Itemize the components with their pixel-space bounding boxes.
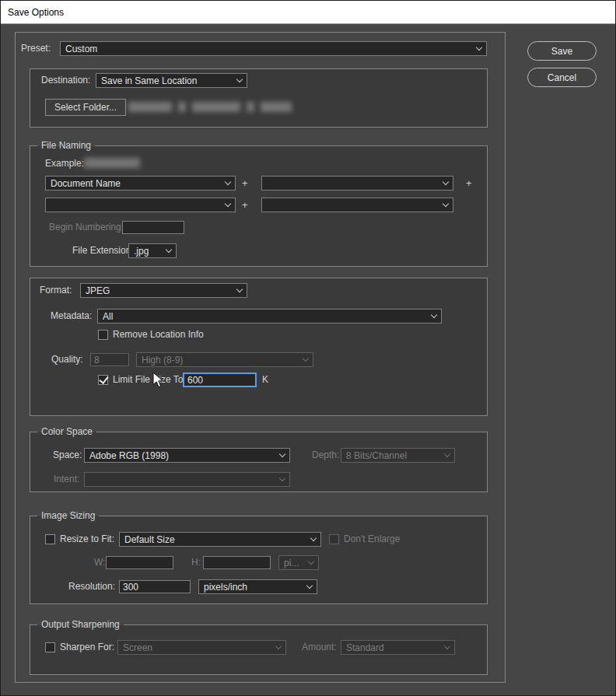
size-unit-dropdown: pi... xyxy=(278,555,319,570)
metadata-value: All xyxy=(103,311,113,322)
cancel-button-label: Cancel xyxy=(548,72,576,83)
format-group: Format: JPEG Metadata: All Remove Locati… xyxy=(30,278,488,416)
sharpen-for-value: Screen xyxy=(123,642,152,653)
plus-separator: + xyxy=(466,176,472,191)
height-label: H: xyxy=(191,555,201,570)
resolution-unit-value: pixels/inch xyxy=(204,582,247,593)
resolution-label: Resolution: xyxy=(68,579,115,594)
chevron-down-icon xyxy=(306,582,313,589)
chevron-down-icon xyxy=(275,643,282,649)
cancel-button[interactable]: Cancel xyxy=(527,68,597,87)
begin-numbering-input[interactable] xyxy=(122,221,184,234)
chevron-down-icon xyxy=(443,201,449,207)
chevron-down-icon xyxy=(279,475,285,481)
image-sizing-legend: Image Sizing xyxy=(37,510,99,522)
file-extension-dropdown[interactable]: .jpg xyxy=(128,243,177,258)
limit-unit-label: K xyxy=(262,372,268,387)
chevron-down-icon xyxy=(236,76,243,82)
naming-field-4-dropdown[interactable] xyxy=(261,198,453,212)
format-label: Format: xyxy=(40,283,72,298)
sharpen-for-dropdown: Screen xyxy=(117,640,286,655)
depth-label: Depth: xyxy=(312,448,339,463)
select-folder-label: Select Folder... xyxy=(54,102,117,113)
chevron-down-icon xyxy=(476,44,482,51)
select-folder-button[interactable]: Select Folder... xyxy=(45,99,126,116)
dont-enlarge-label: Don't Enlarge xyxy=(344,532,400,547)
chevron-down-icon xyxy=(225,179,231,185)
destination-value: Save in Same Location xyxy=(101,75,197,86)
save-button[interactable]: Save xyxy=(527,41,597,61)
chevron-down-icon xyxy=(444,643,450,649)
space-dropdown[interactable]: Adobe RGB (1998) xyxy=(84,448,290,463)
naming-field-2-dropdown[interactable] xyxy=(261,176,453,191)
preset-value: Custom xyxy=(65,44,97,54)
begin-numbering-label: Begin Numbering: xyxy=(49,220,124,235)
destination-dropdown[interactable]: Save in Same Location xyxy=(96,73,247,88)
limit-file-size-input[interactable] xyxy=(184,373,256,386)
quality-label: Quality: xyxy=(51,352,83,367)
file-naming-group: File Naming Example: Document Name + + + xyxy=(30,145,488,267)
quality-level-value: High (8-9) xyxy=(142,355,183,365)
format-value: JPEG xyxy=(86,285,110,296)
depth-dropdown: 8 Bits/Channel xyxy=(341,448,455,463)
color-space-group: Color Space Space: Adobe RGB (1998) Dept… xyxy=(30,432,488,492)
plus-separator: + xyxy=(242,198,248,212)
save-button-label: Save xyxy=(551,46,572,57)
space-value: Adobe RGB (1998) xyxy=(89,450,169,461)
chevron-down-icon xyxy=(431,312,437,318)
chevron-down-icon xyxy=(308,558,314,565)
resize-to-fit-dropdown[interactable]: Default Size xyxy=(119,532,321,547)
chevron-down-icon xyxy=(310,535,317,541)
space-label: Space: xyxy=(53,448,82,463)
height-input xyxy=(203,556,271,569)
sharpen-for-label: Sharpen For: xyxy=(60,640,114,655)
width-label: W: xyxy=(94,555,105,570)
plus-separator: + xyxy=(242,176,248,191)
remove-location-checkbox[interactable] xyxy=(98,330,108,340)
output-sharpening-legend: Output Sharpening xyxy=(37,619,124,631)
window-title: Save Options xyxy=(8,7,64,18)
redacted-example-value xyxy=(84,158,140,168)
naming-field-3-dropdown[interactable] xyxy=(45,198,236,212)
resize-to-fit-value: Default Size xyxy=(124,534,175,545)
metadata-dropdown[interactable]: All xyxy=(97,309,442,324)
resize-to-fit-checkbox[interactable] xyxy=(45,534,55,544)
color-space-legend: Color Space xyxy=(37,426,96,438)
depth-value: 8 Bits/Channel xyxy=(346,450,407,461)
amount-dropdown: Standard xyxy=(341,640,455,655)
width-input xyxy=(106,556,173,569)
intent-label: Intent: xyxy=(54,472,79,487)
format-dropdown[interactable]: JPEG xyxy=(80,283,247,298)
preset-label: Preset: xyxy=(21,41,51,56)
chevron-down-icon xyxy=(236,286,243,292)
chevron-down-icon xyxy=(443,179,449,185)
resolution-unit-dropdown[interactable]: pixels/inch xyxy=(198,579,317,594)
limit-file-size-checkbox[interactable] xyxy=(98,375,108,385)
limit-file-size-label: Limit File Size To: xyxy=(113,372,186,387)
file-naming-legend: File Naming xyxy=(37,140,95,152)
sharpen-for-checkbox[interactable] xyxy=(45,642,55,652)
save-options-dialog: Save Options Preset: Custom Destination:… xyxy=(0,0,616,696)
amount-label: Amount: xyxy=(302,640,337,655)
chevron-down-icon xyxy=(225,201,231,207)
titlebar: Save Options xyxy=(1,1,615,24)
dont-enlarge-checkbox xyxy=(329,534,339,544)
output-sharpening-group: Output Sharpening Sharpen For: Screen Am… xyxy=(30,624,488,675)
chevron-down-icon xyxy=(444,451,450,457)
example-label: Example: xyxy=(45,156,84,171)
amount-value: Standard xyxy=(346,642,384,653)
file-extension-value: .jpg xyxy=(134,246,149,257)
destination-label: Destination: xyxy=(41,73,90,88)
resolution-input[interactable] xyxy=(119,580,191,593)
quality-input xyxy=(90,353,129,366)
preset-dropdown[interactable]: Custom xyxy=(60,41,487,56)
remove-location-label: Remove Location Info xyxy=(113,327,204,342)
mouse-cursor-icon xyxy=(152,372,166,389)
chevron-down-icon xyxy=(279,451,285,457)
quality-level-dropdown: High (8-9) xyxy=(136,352,313,367)
chevron-down-icon xyxy=(166,247,172,253)
naming-field-1-dropdown[interactable]: Document Name xyxy=(45,176,236,191)
resize-to-fit-label: Resize to Fit: xyxy=(60,532,114,547)
destination-group: Destination: Save in Same Location Selec… xyxy=(30,68,488,128)
size-unit-value: pi... xyxy=(284,558,299,568)
